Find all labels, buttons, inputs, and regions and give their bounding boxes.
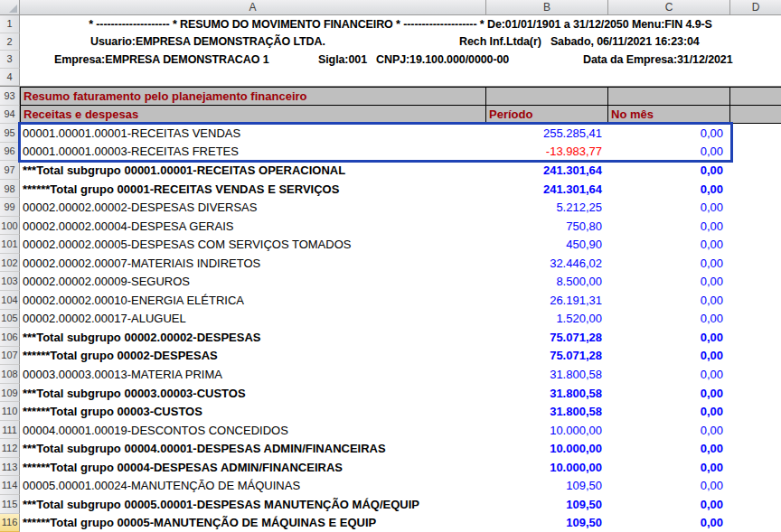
cell-period-value[interactable]: 75.071,28 xyxy=(486,328,608,347)
cell-empty[interactable] xyxy=(730,421,781,440)
cell-account-label[interactable]: 00002.00002.00005-DESPESAS COM SERVIÇOS … xyxy=(20,235,486,254)
cell-empty[interactable] xyxy=(730,402,781,421)
cell-empty[interactable] xyxy=(730,124,781,143)
row-header-4[interactable]: 4 xyxy=(0,69,20,87)
cell-period-value[interactable]: 31.800,58 xyxy=(486,365,608,384)
column-header-b[interactable]: B xyxy=(486,0,608,15)
cell-month-value[interactable]: 0,00 xyxy=(608,514,730,532)
cell-month-value[interactable]: 0,00 xyxy=(608,124,730,143)
column-header-d[interactable]: D xyxy=(730,0,781,15)
cell-empty[interactable] xyxy=(730,310,781,329)
cell-account-label[interactable]: 00004.00001.00019-DESCONTOS CONCEDIDOS xyxy=(20,421,486,440)
select-all-corner[interactable] xyxy=(0,0,20,15)
cell-account-label[interactable]: ******Total grupo 00004-DESPESAS ADMIN/F… xyxy=(20,458,486,477)
cell-account-label[interactable]: ******Total grupo 00005-MANUTENÇÃO DE MÁ… xyxy=(20,514,486,532)
cell-account-label[interactable]: 00003.00003.00013-MATERIA PRIMA xyxy=(20,365,486,384)
cell-empty[interactable] xyxy=(730,272,781,291)
cell-month-value[interactable]: 0,00 xyxy=(608,198,730,217)
row-header-2[interactable]: 2 xyxy=(0,33,20,51)
cell-month-value[interactable]: 0,00 xyxy=(608,328,730,347)
cell-account-label[interactable]: 00005.00001.00024-MANUTENÇÃO DE MÁQUINAS xyxy=(20,476,486,495)
report-company-cell[interactable]: Empresa:EMPRESA DEMONSTRACAO 1 Sigla:001… xyxy=(20,51,781,69)
cell-account-label[interactable]: ***Total subgrupo 00001.00001-RECEITAS O… xyxy=(20,161,486,180)
cell-account-label[interactable]: 00001.00001.00001-RECEITAS VENDAS xyxy=(20,124,486,143)
cell-month-value[interactable]: 0,00 xyxy=(608,495,730,514)
cell-empty[interactable] xyxy=(730,180,781,199)
cell-month-value[interactable]: 0,00 xyxy=(608,439,730,458)
cell-empty[interactable] xyxy=(730,514,781,532)
cell-empty[interactable] xyxy=(730,143,781,162)
cell-empty[interactable] xyxy=(730,347,781,366)
cell-account-label[interactable]: 00002.00002.00004-DESPESA GERAIS xyxy=(20,217,486,236)
cell-month-value[interactable]: 0,00 xyxy=(608,180,730,199)
cell-period-value[interactable]: 32.446,02 xyxy=(486,254,608,273)
row-header-94[interactable]: 94 xyxy=(0,106,20,125)
cell-month-value[interactable]: 0,00 xyxy=(608,384,730,403)
cell-month-value[interactable]: 0,00 xyxy=(608,421,730,440)
cell-empty[interactable] xyxy=(730,87,781,106)
cell-empty[interactable] xyxy=(730,291,781,310)
row-header-113[interactable]: 113 xyxy=(0,458,20,477)
cell-period-value[interactable]: 750,80 xyxy=(486,217,608,236)
cell-empty[interactable] xyxy=(730,198,781,217)
section-title-cell[interactable]: Resumo faturamento pelo planejamento fin… xyxy=(20,87,486,106)
cell-empty[interactable] xyxy=(730,384,781,403)
cell-month-value[interactable]: 0,00 xyxy=(608,254,730,273)
cell-empty[interactable] xyxy=(730,161,781,180)
cell-empty[interactable] xyxy=(730,328,781,347)
report-user-cell[interactable]: Usuario:EMPRESA DEMONSTRAÇÃO LTDA. Rech … xyxy=(20,33,781,51)
cell-empty[interactable] xyxy=(608,87,730,106)
cell-account-label[interactable]: 00002.00002.00010-ENERGIA ELÉTRICA xyxy=(20,291,486,310)
row-header-114[interactable]: 114 xyxy=(0,476,20,495)
cell-month-value[interactable]: 0,00 xyxy=(608,235,730,254)
row-header-101[interactable]: 101 xyxy=(0,235,20,254)
column-header-a[interactable]: A xyxy=(20,0,486,15)
row-header-1[interactable]: 1 xyxy=(0,15,20,33)
cell-empty[interactable] xyxy=(730,106,781,125)
row-header-105[interactable]: 105 xyxy=(0,310,20,329)
cell-period-value[interactable]: 241.301,64 xyxy=(486,180,608,199)
row-header-97[interactable]: 97 xyxy=(0,161,20,180)
cell-empty[interactable] xyxy=(730,476,781,495)
row-header-110[interactable]: 110 xyxy=(0,402,20,421)
cell-month-value[interactable]: 0,00 xyxy=(608,161,730,180)
cell-empty[interactable] xyxy=(730,217,781,236)
cell-account-label[interactable]: ***Total subgrupo 00005.00001-DESPESAS M… xyxy=(20,495,486,514)
cell-account-label[interactable]: 00002.00002.00002-DESPESAS DIVERSAS xyxy=(20,198,486,217)
cell-account-label[interactable]: ******Total grupo 00001-RECEITAS VENDAS … xyxy=(20,180,486,199)
cell-month-value[interactable]: 0,00 xyxy=(608,347,730,366)
cell-month-value[interactable]: 0,00 xyxy=(608,143,730,162)
cell-month-value[interactable]: 0,00 xyxy=(608,365,730,384)
row-header-100[interactable]: 100 xyxy=(0,217,20,236)
cell-account-label[interactable]: ******Total grupo 00002-DESPESAS xyxy=(20,347,486,366)
cell-period-value[interactable]: 450,90 xyxy=(486,235,608,254)
row-header-102[interactable]: 102 xyxy=(0,254,20,273)
row-header-95[interactable]: 95 xyxy=(0,124,20,143)
row-header-106[interactable]: 106 xyxy=(0,328,20,347)
row-header-115[interactable]: 115 xyxy=(0,495,20,514)
cell-month-value[interactable]: 0,00 xyxy=(608,310,730,329)
row-header-111[interactable]: 111 xyxy=(0,421,20,440)
cell-month-value[interactable]: 0,00 xyxy=(608,272,730,291)
row-header-98[interactable]: 98 xyxy=(0,180,20,199)
cell-empty[interactable] xyxy=(730,458,781,477)
row-header-112[interactable]: 112 xyxy=(0,439,20,458)
row-header-3[interactable]: 3 xyxy=(0,51,20,69)
cell-empty[interactable] xyxy=(730,439,781,458)
cell-account-label[interactable]: ***Total subgrupo 00003.00003-CUSTOS xyxy=(20,384,486,403)
cell-account-label[interactable]: ******Total grupo 00003-CUSTOS xyxy=(20,402,486,421)
cell-empty[interactable] xyxy=(730,495,781,514)
caption-receitas-despesas[interactable]: Receitas e despesas xyxy=(20,106,486,125)
report-title-cell[interactable]: * -------------------- * RESUMO DO MOVIM… xyxy=(20,15,781,33)
cell-period-value[interactable]: 10.000,00 xyxy=(486,458,608,477)
cell-empty[interactable] xyxy=(730,235,781,254)
cell-period-value[interactable]: 31.800,58 xyxy=(486,384,608,403)
column-header-c[interactable]: C xyxy=(608,0,730,15)
cell-period-value[interactable]: 109,50 xyxy=(486,514,608,532)
cell-empty[interactable] xyxy=(486,87,608,106)
cell-account-label[interactable]: 00002.00002.00007-MATERIAIS INDIRETOS xyxy=(20,254,486,273)
caption-no-mes[interactable]: No mês xyxy=(608,106,730,125)
empty-row-cell[interactable] xyxy=(20,69,781,87)
cell-account-label[interactable]: 00002.00002.00009-SEGUROS xyxy=(20,272,486,291)
cell-empty[interactable] xyxy=(730,365,781,384)
